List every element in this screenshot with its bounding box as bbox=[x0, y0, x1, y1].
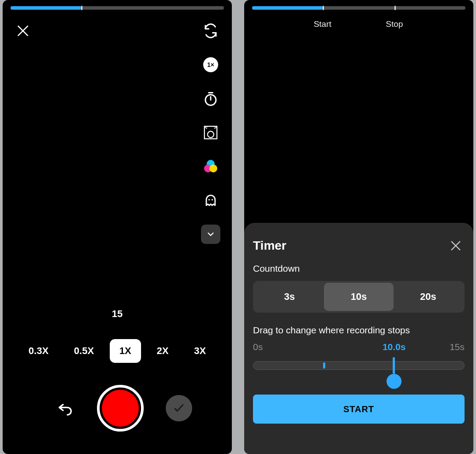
recording-progress-fill bbox=[11, 6, 81, 10]
speed-option-4[interactable]: 3X bbox=[184, 339, 216, 363]
svg-point-6 bbox=[208, 199, 210, 200]
ghost-icon bbox=[203, 193, 218, 208]
speed-badge: 1× bbox=[203, 57, 218, 72]
side-action-column: 1× bbox=[198, 21, 223, 244]
slider-handle[interactable] bbox=[387, 374, 402, 389]
drag-instruction: Drag to change where recording stops bbox=[253, 325, 465, 336]
close-icon bbox=[450, 240, 462, 252]
flip-icon bbox=[203, 23, 219, 39]
flip-camera-button[interactable] bbox=[201, 21, 220, 41]
undo-button[interactable] bbox=[56, 399, 75, 418]
countdown-option-0[interactable]: 3s bbox=[255, 283, 324, 311]
stop-marker bbox=[394, 6, 396, 10]
filters-button[interactable] bbox=[201, 157, 220, 176]
recording-progress: Start Stop bbox=[252, 6, 465, 10]
countdown-segment: 3s 10s 20s bbox=[253, 281, 465, 313]
stop-time-slider[interactable] bbox=[253, 361, 465, 370]
timer-button[interactable] bbox=[201, 89, 220, 108]
more-tools-button[interactable] bbox=[201, 225, 220, 244]
effects-button[interactable] bbox=[201, 191, 220, 210]
sheet-close-button[interactable] bbox=[447, 237, 465, 255]
chevron-down-icon bbox=[206, 229, 216, 239]
check-icon bbox=[172, 402, 186, 415]
speed-option-0[interactable]: 0.3X bbox=[19, 339, 58, 363]
stop-marker-label: Stop bbox=[386, 19, 403, 29]
svg-point-7 bbox=[212, 199, 213, 200]
confirm-button[interactable] bbox=[166, 395, 192, 421]
countdown-option-1[interactable]: 10s bbox=[324, 283, 393, 311]
timer-sheet: Timer Countdown 3s 10s 20s Drag to chang… bbox=[244, 223, 473, 454]
speed-button[interactable]: 1× bbox=[201, 55, 220, 74]
filters-icon bbox=[203, 159, 219, 174]
slider-min-label: 0s bbox=[253, 342, 263, 354]
countdown-option-2[interactable]: 20s bbox=[394, 283, 463, 311]
camera-screen: 1× 15 0.3X bbox=[3, 0, 232, 454]
speed-option-1[interactable]: 0.5X bbox=[64, 339, 104, 363]
slider-value-label: 10.0s bbox=[383, 342, 406, 352]
record-button[interactable] bbox=[97, 385, 144, 432]
clip-duration-label: 15 bbox=[112, 308, 123, 320]
slider-max-label: 15s bbox=[450, 342, 465, 354]
sheet-title: Timer bbox=[253, 239, 286, 253]
close-icon bbox=[16, 24, 30, 38]
recording-progress bbox=[11, 6, 224, 10]
timer-screen: Start Stop Timer Countdown 3s 10s 20s Dr… bbox=[244, 0, 473, 454]
start-marker-label: Start bbox=[314, 19, 331, 29]
record-icon bbox=[102, 390, 139, 427]
slider-start-tick bbox=[323, 362, 325, 369]
speed-option-2[interactable]: 1X bbox=[110, 339, 141, 363]
recording-progress-fill bbox=[252, 6, 323, 10]
svg-point-2 bbox=[208, 131, 214, 137]
beautify-icon bbox=[203, 125, 218, 140]
speed-selector: 0.3X 0.5X 1X 2X 3X bbox=[3, 339, 232, 363]
capture-row bbox=[3, 384, 232, 432]
close-button[interactable] bbox=[13, 21, 33, 41]
timer-icon bbox=[203, 91, 219, 107]
speed-option-3[interactable]: 2X bbox=[147, 339, 178, 363]
start-marker bbox=[323, 6, 324, 10]
slider-labels: 0s 10.0s 15s bbox=[253, 342, 465, 354]
svg-point-5 bbox=[209, 165, 217, 173]
beautify-button[interactable] bbox=[201, 123, 220, 142]
countdown-label: Countdown bbox=[253, 263, 465, 274]
undo-icon bbox=[56, 399, 74, 417]
start-timer-button[interactable]: START bbox=[253, 395, 465, 424]
progress-tick bbox=[81, 6, 82, 10]
slider-handle-stem bbox=[393, 357, 395, 374]
